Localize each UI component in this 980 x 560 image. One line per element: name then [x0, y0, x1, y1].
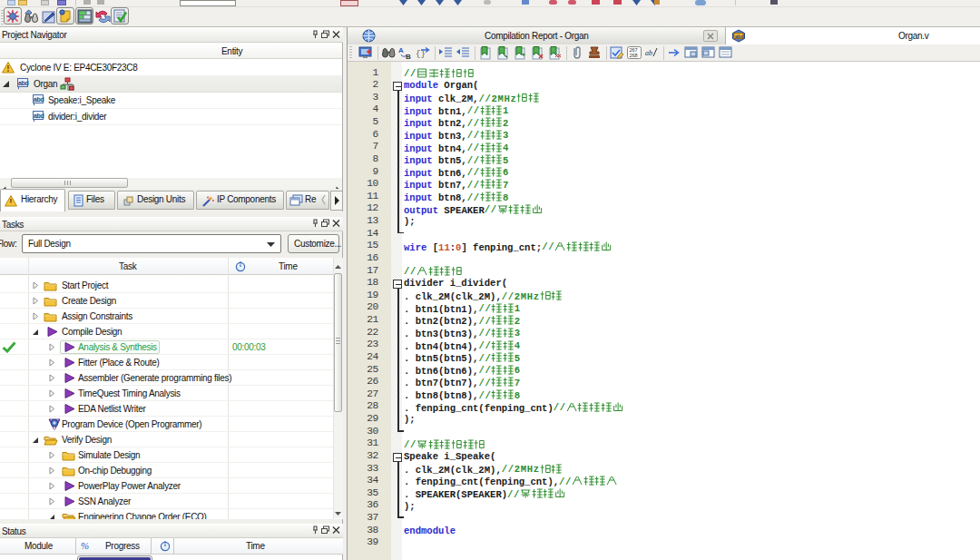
- svg-text:abd: abd: [34, 113, 44, 119]
- svg-text:abc: abc: [735, 34, 743, 39]
- svg-text:A: A: [398, 46, 404, 54]
- svg-text:abd: abd: [34, 96, 44, 103]
- svg-text:268: 268: [630, 53, 638, 58]
- svg-text:{}: {}: [416, 50, 426, 59]
- svg-text:abd: abd: [18, 80, 29, 86]
- svg-text:B: B: [406, 53, 411, 61]
- svg-text:ab: ab: [645, 49, 652, 57]
